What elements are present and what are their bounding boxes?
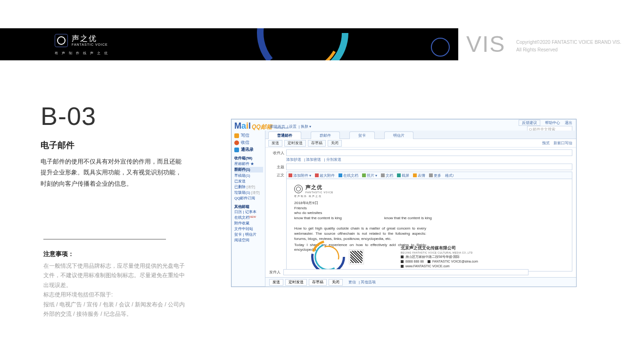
help-link[interactable]: 帮助中心 <box>545 121 560 125</box>
tab-group-mail[interactable]: 群邮件 <box>311 132 340 139</box>
add-bcc-link[interactable]: 添加密送 <box>306 157 321 162</box>
timed-send-button[interactable]: 定时发送 <box>285 279 307 286</box>
to-input[interactable] <box>286 149 572 156</box>
tool-screenshot[interactable]: 截屏 <box>397 173 409 178</box>
tool-attach[interactable]: 添加附件 ▾ <box>289 173 311 178</box>
web-icon <box>401 265 404 268</box>
send-button[interactable]: 发送 <box>269 279 283 286</box>
tool-format[interactable]: 格式! <box>445 173 454 178</box>
send-separately-link[interactable]: 分别发送 <box>326 157 341 162</box>
tab-normal-mail[interactable]: 普通邮件 <box>268 132 301 139</box>
copyright-line2: All Rights Reserved <box>516 46 621 54</box>
contact-ring-icon <box>309 238 347 272</box>
photo-icon <box>362 173 366 177</box>
preview-link[interactable]: 预览 <box>542 141 550 145</box>
sidebar-contacts[interactable]: 通讯录 <box>234 147 263 153</box>
tool-photo[interactable]: 照片 ▾ <box>362 173 377 178</box>
exit-link[interactable]: 退出 <box>565 121 572 125</box>
screenshot-icon <box>397 173 401 177</box>
location-icon <box>401 255 404 258</box>
footer-link1[interactable]: 更信 <box>348 280 356 284</box>
mail-icon <box>428 260 430 263</box>
attach-icon <box>289 173 292 177</box>
sidebar-item[interactable]: 已删除[清空] <box>234 184 263 189</box>
page-title: 电子邮件 <box>41 140 74 151</box>
contact-phone: 8888 888 88 <box>405 259 424 264</box>
mail-main: 普通邮件 群邮件 贺卡 明信片 发送 定时发送 存草稿 关闭 预览 新窗口写信 … <box>265 131 576 287</box>
more-icon <box>429 173 433 177</box>
timed-send-button[interactable]: 定时发送 <box>284 140 306 147</box>
sidebar-item[interactable]: 垃圾箱(1)[清空] <box>234 190 263 195</box>
mail-screenshot: 反馈建议 帮助中心 退出 Q 邮件全文搜索 Mail QQ邮箱 mail.qq.… <box>231 119 577 287</box>
save-draft-button[interactable]: 存草稿 <box>308 140 326 147</box>
tool-more[interactable]: 更多 <box>429 173 441 178</box>
signature-logo-mark <box>294 185 303 193</box>
mail-topbar: 反馈建议 帮助中心 退出 <box>515 120 572 125</box>
mail-sidebar: 写信 收信 通讯录 收件箱(58) 星标邮件 ★ 群邮件(1) 草稿箱(1) 已… <box>231 131 265 287</box>
sidebar-item[interactable]: 附件收藏 <box>234 221 263 226</box>
page-code: B-03 <box>41 101 96 131</box>
qr-code <box>349 250 363 264</box>
tool-doc-online[interactable]: 在线文档 <box>339 173 358 178</box>
banner-arc-graphic <box>256 28 350 60</box>
signature-logo: 声之优 FANTASTIC VOICE <box>294 184 564 194</box>
subject-input[interactable] <box>286 164 572 170</box>
copyright-line1: Copyright©2020 FANTASTIC VOICE BRAND VIS… <box>516 39 621 46</box>
sidebar-item[interactable]: 在线文档NEW <box>234 215 263 220</box>
sig-block: Friends who do websites know that the co… <box>294 206 564 221</box>
notes-p: 报纸 / 电视广告 / 宣传 / 包装 / 会议 / 新闻发布会 / 公司内外部… <box>43 300 185 319</box>
notes-heading: 注意事项： <box>43 250 74 258</box>
top-banner: 声之优 FANTASTIC VOICE 有 声 制 作 线 声 之 优 <box>0 28 458 60</box>
tool-big-attach[interactable]: 超大附件 <box>315 173 335 178</box>
sidebar-item[interactable]: 草稿箱(1) <box>234 173 263 178</box>
brand-cn: 声之优 <box>72 34 108 43</box>
sidebar-item-selected[interactable]: 群邮件(1) <box>234 167 263 172</box>
desc-line: 电子邮件的使用不仅具有对外宣传的作用，而且还能 <box>41 156 182 167</box>
meta-settings[interactable]: 设置 <box>289 124 297 129</box>
contacts-icon <box>234 148 239 152</box>
brand-logo: 声之优 FANTASTIC VOICE <box>55 34 108 47</box>
close-button[interactable]: 关闭 <box>329 279 343 286</box>
tool-emoji[interactable]: 表情 <box>413 173 425 178</box>
sidebar-item[interactable]: 贺卡 | 明信片 <box>234 232 263 237</box>
footer-link2[interactable]: 其他选项 <box>361 280 376 284</box>
sidebar-item[interactable]: 收件箱(58) <box>234 156 263 161</box>
from-input[interactable] <box>283 269 528 275</box>
contact-card: 北京声之优文化传媒有限公司 BEIJING FANTASTIC VOICE CU… <box>338 238 478 272</box>
editor-toolbar: 添加附件 ▾ 超大附件 在线文档 照片 ▾ 文档 截屏 表情 更多 格式! <box>286 172 572 179</box>
mail-tabs: 普通邮件 群邮件 贺卡 明信片 <box>265 131 576 139</box>
desc-line: 时刻的向客户传播着企业的信息。 <box>41 178 182 189</box>
mail-logo-cn: QQ邮箱 <box>252 123 272 131</box>
new-window-link[interactable]: 新窗口写信 <box>553 141 572 145</box>
sidebar-write[interactable]: 写信 <box>234 132 263 139</box>
vis-heading: VIS <box>466 31 505 57</box>
mail-footer-toolbar: 发送 定时发送 存草稿 关闭 更信| 其他选项 <box>265 277 576 287</box>
sidebar-item[interactable]: 阅读空间 <box>234 238 263 243</box>
sidebar-group-1: 收件箱(58) 星标邮件 ★ 群邮件(1) 草稿箱(1) 已发送 已删除[清空]… <box>234 156 263 201</box>
sidebar-group-2: 日历 | 记事本 在线文档NEW 附件收藏 文件中转站 贺卡 | 明信片 阅读空… <box>234 209 263 243</box>
desc-line: 提升企业形象。既具实用功能，又有视觉识别功能， <box>41 167 182 178</box>
sidebar-inbox[interactable]: 收信 <box>234 140 263 146</box>
sidebar-item[interactable]: 星标邮件 ★ <box>234 161 263 166</box>
tool-file[interactable]: 文档 <box>381 173 393 178</box>
editor-body[interactable]: 声之优 FANTASTIC VOICE 有声制作 线声之优 2018年8月9日 … <box>286 179 572 272</box>
close-button[interactable]: 关闭 <box>328 140 342 147</box>
sidebar-item[interactable]: 文件中转站 <box>234 226 263 231</box>
to-label: 收件人 <box>269 149 286 156</box>
meta-home[interactable]: 邮箱首页 <box>270 124 285 129</box>
sidebar-item[interactable]: 日历 | 记事本 <box>234 209 263 214</box>
mail-toolbar: 发送 定时发送 存草稿 关闭 预览 新窗口写信 <box>265 139 576 148</box>
contact-web: www.FANTASTIC VOICE.com <box>405 264 450 269</box>
meta-skin[interactable]: 换肤 ▾ <box>301 124 311 129</box>
brand-logo-mark <box>55 34 68 47</box>
tab-card[interactable]: 贺卡 <box>349 132 375 139</box>
tab-postcard[interactable]: 明信片 <box>384 132 413 139</box>
add-cc-link[interactable]: 添加抄送 <box>286 157 301 162</box>
sidebar-item[interactable]: 已发送 <box>234 179 263 184</box>
sidebar-item[interactable]: QQ邮件订阅 <box>234 196 263 201</box>
brand-tagline: 有 声 制 作 线 声 之 优 <box>55 51 109 56</box>
pencil-icon <box>234 133 239 138</box>
save-draft-button[interactable]: 存草稿 <box>309 279 327 286</box>
send-button[interactable]: 发送 <box>268 140 282 147</box>
feedback-link[interactable]: 反馈建议 <box>519 120 540 126</box>
